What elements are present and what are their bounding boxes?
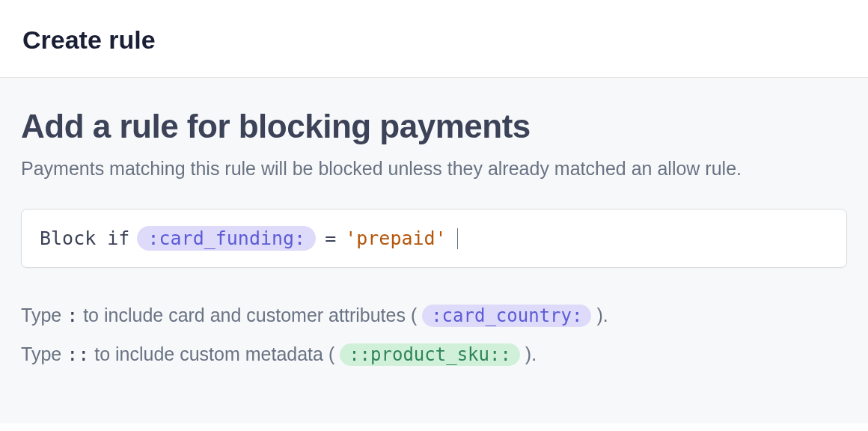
hint-text: to include custom metadata ( [89, 343, 340, 364]
page-title: Add a rule for blocking payments [21, 108, 847, 145]
hint-text: Type [21, 305, 67, 325]
hint-text: Type [21, 343, 67, 364]
attribute-pill-example: :card_country: [422, 305, 591, 327]
hint-metadata: Type :: to include custom metadata ( ::p… [21, 337, 847, 373]
metadata-pill-example: ::product_sku:: [340, 343, 520, 366]
rule-keyword: Block if [40, 227, 129, 249]
hint-text: ). [591, 305, 608, 325]
hint-code-colon: : [67, 305, 78, 326]
attribute-token: :card_funding: [137, 226, 316, 251]
main-content: Add a rule for blocking payments Payment… [0, 78, 868, 424]
hint-text: ). [520, 343, 537, 364]
editor-hints: Type : to include card and customer attr… [21, 298, 847, 372]
page-subtitle: Payments matching this rule will be bloc… [21, 156, 847, 182]
rule-value: 'prepaid' [345, 227, 446, 249]
page-header: Create rule [0, 0, 868, 78]
hint-code-double-colon: :: [67, 343, 89, 365]
text-cursor-icon [457, 228, 459, 249]
header-title: Create rule [22, 25, 846, 55]
rule-editor-input[interactable]: Block if :card_funding: = 'prepaid' [21, 209, 847, 268]
rule-operator: = [323, 227, 337, 249]
hint-attributes: Type : to include card and customer attr… [21, 298, 847, 334]
hint-text: to include card and customer attributes … [78, 305, 422, 325]
